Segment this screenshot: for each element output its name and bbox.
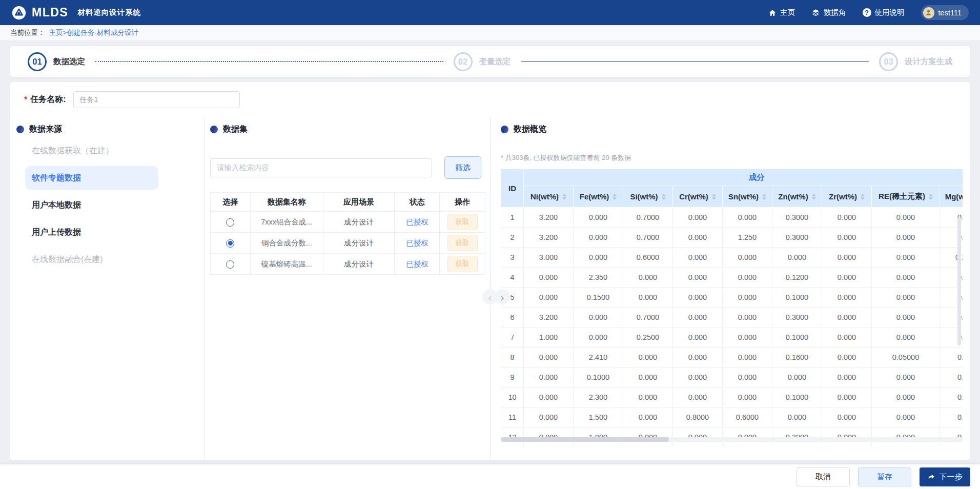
- dataset-radio[interactable]: [226, 218, 234, 227]
- username-label: test111: [938, 9, 962, 17]
- preview-cell: 2.350: [574, 268, 623, 288]
- preview-cell: 0.2500: [623, 328, 673, 348]
- nav-home[interactable]: 主页: [768, 8, 795, 17]
- preview-cell: 0.6000: [723, 408, 772, 427]
- preview-cell: 0.1000: [772, 288, 822, 308]
- data-source-item[interactable]: 在线数据获取（在建）: [25, 139, 158, 162]
- preview-cell: 0.000: [822, 208, 872, 228]
- step-1-label: 数据选定: [53, 56, 85, 67]
- data-source-list: 在线数据获取（在建）软件专题数据用户本地数据用户上传数据在线数据融合(在建): [16, 139, 205, 271]
- dataset-select-cell: [211, 233, 251, 254]
- preview-column-header[interactable]: Mg(wt%): [940, 186, 963, 208]
- preview-id-cell: 8: [501, 348, 524, 368]
- user-menu[interactable]: test111: [921, 5, 969, 20]
- fetch-button[interactable]: 获取: [447, 235, 478, 251]
- dataset-radio[interactable]: [226, 239, 234, 248]
- task-name-row: * 任务名称:: [24, 91, 240, 108]
- data-source-item[interactable]: 用户本地数据: [25, 193, 158, 217]
- dataset-search-input[interactable]: [210, 158, 432, 177]
- next-step-button[interactable]: 下一步: [920, 467, 970, 486]
- preview-cell: 0.000: [822, 308, 872, 328]
- dataset-col-status: 状态: [395, 193, 440, 212]
- app-title: 材料逆向设计系统: [77, 8, 141, 17]
- preview-row: 13.2000.0000.70000.0000.0000.30000.0000.…: [501, 208, 963, 228]
- preview-cell: 0.000: [872, 228, 940, 248]
- preview-cell: 1.500: [574, 408, 623, 427]
- step-indicator: 01 数据选定 02 变量选定 03 设计方案生成: [10, 46, 970, 77]
- save-draft-button[interactable]: 暂存: [858, 467, 911, 486]
- preview-cell: 0.000: [574, 308, 623, 328]
- preview-column-header[interactable]: Zr(wt%): [822, 186, 872, 208]
- dataset-action-cell: 获取: [440, 254, 485, 275]
- fetch-button[interactable]: 获取: [447, 214, 478, 230]
- horizontal-scrollbar[interactable]: [501, 437, 669, 442]
- task-name-input[interactable]: [73, 91, 240, 108]
- preview-cell: 0.000: [723, 208, 772, 228]
- preview-cell: 0.3000: [772, 308, 822, 328]
- preview-column-label: Zr(wt%): [829, 192, 857, 201]
- dataset-name-cell: 镍基熔铸高温...: [250, 254, 323, 275]
- dataset-name-cell: 铜合金成分数...: [250, 233, 323, 254]
- preview-column-header[interactable]: Ni(wt%): [524, 186, 574, 208]
- preview-cell: 0.000: [872, 408, 940, 427]
- preview-cell: 3.200: [524, 308, 574, 328]
- preview-id-cell: 3: [501, 248, 524, 268]
- preview-id-cell: 2: [501, 228, 524, 248]
- preview-column-header[interactable]: Sn(wt%): [723, 186, 772, 208]
- dataset-panel: 数据集 筛选 选择 数据集名称 应用场景 状态 操作 7xxx铝合金成...成分…: [205, 118, 491, 460]
- preview-cell: 0.000: [723, 328, 772, 348]
- sort-caret-icon: [929, 194, 933, 200]
- preview-cell: 0.000: [524, 268, 574, 288]
- preview-cell: 0.000: [723, 308, 772, 328]
- dataset-action-cell: 获取: [440, 233, 485, 254]
- dataset-status-cell: 已授权: [395, 212, 440, 233]
- preview-cell: 0.000: [872, 328, 940, 348]
- preview-cell: 0.000: [772, 408, 822, 427]
- dataset-table-body: 7xxx铝合金成...成分设计已授权获取铜合金成分数...成分设计已授权获取镍基…: [211, 212, 485, 275]
- dataset-radio[interactable]: [226, 260, 234, 269]
- data-source-title: 数据来源: [29, 124, 62, 135]
- preview-cell: 0.7000: [623, 208, 673, 228]
- preview-column-header[interactable]: Zn(wt%): [772, 186, 822, 208]
- sort-caret-icon: [812, 194, 816, 200]
- preview-title: 数据概览: [514, 124, 546, 135]
- preview-cell: 0.3000: [772, 228, 822, 248]
- step-2-label: 变量选定: [479, 56, 511, 67]
- step-connector-dotted: [95, 61, 443, 62]
- cancel-button[interactable]: 取消: [797, 467, 850, 486]
- preview-note: * 共303条, 已授权数据仅能查看前 20 条数据: [501, 153, 970, 162]
- sort-caret-icon: [562, 194, 566, 200]
- vertical-scrollbar[interactable]: [957, 217, 961, 345]
- preview-column-header[interactable]: Fe(wt%): [574, 186, 623, 208]
- required-mark: *: [24, 95, 27, 105]
- preview-column-header[interactable]: Si(wt%): [623, 186, 673, 208]
- data-source-item[interactable]: 用户上传数据: [25, 220, 158, 244]
- nav-data-corner[interactable]: 数据角: [811, 8, 846, 17]
- preview-id-cell: 11: [501, 408, 524, 427]
- data-source-item[interactable]: 软件专题数据: [25, 166, 158, 190]
- preview-column-label: Si(wt%): [630, 192, 658, 201]
- nav-help[interactable]: ? 使用说明: [863, 8, 905, 17]
- breadcrumb-current-link[interactable]: 创建任务-材料成分设计: [67, 28, 138, 37]
- preview-column-header[interactable]: Cr(wt%): [673, 186, 723, 208]
- breadcrumb-home-link[interactable]: 主页>: [49, 28, 67, 37]
- preview-cell: 0.000: [872, 248, 940, 268]
- preview-cell: 0.000: [673, 268, 723, 288]
- preview-cell: 0.000: [673, 348, 723, 368]
- fetch-button[interactable]: 获取: [447, 256, 478, 272]
- brand-logo: MLDS 材料逆向设计系统: [11, 5, 141, 21]
- preview-cell: 0.000: [723, 268, 772, 288]
- preview-cell: 0.000: [673, 368, 723, 388]
- step-1-badge: 01: [28, 52, 47, 71]
- breadcrumb-label: 当前位置：: [10, 28, 45, 37]
- preview-column-header[interactable]: RE(稀土元素): [872, 186, 940, 208]
- main-panel: * 任务名称: 数据来源 在线数据获取（在建）软件专题数据用户本地数据用户上传数…: [10, 82, 970, 460]
- preview-row: 50.0000.15000.0000.0000.0000.10000.0000.…: [501, 288, 963, 308]
- data-source-item[interactable]: 在线数据融合(在建): [25, 248, 158, 271]
- dataset-scene-cell: 成分设计: [323, 212, 395, 233]
- preview-subheader-row: Ni(wt%)Fe(wt%)Si(wt%)Cr(wt%)Sn(wt%)Zn(wt…: [501, 186, 963, 208]
- preview-cell: 0.3000: [772, 208, 822, 228]
- next-page-button[interactable]: ›: [495, 289, 510, 304]
- filter-button[interactable]: 筛选: [444, 156, 481, 179]
- preview-id-cell: 10: [501, 388, 524, 408]
